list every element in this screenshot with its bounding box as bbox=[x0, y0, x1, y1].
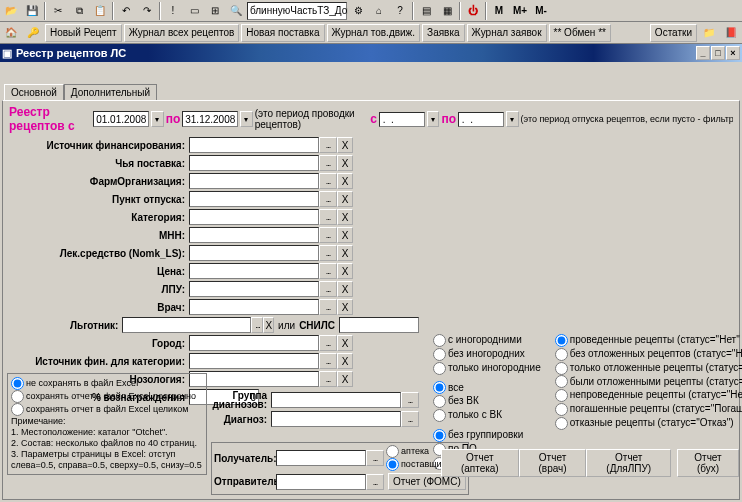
input-benef[interactable] bbox=[122, 317, 251, 333]
maximize-button[interactable]: □ bbox=[711, 46, 725, 60]
input-city[interactable] bbox=[189, 335, 319, 351]
date2-to-pick[interactable]: ▾ bbox=[506, 111, 518, 127]
paste-icon[interactable]: 📋 bbox=[90, 1, 110, 21]
tab-main[interactable]: Основной bbox=[4, 84, 64, 100]
input-med[interactable] bbox=[189, 245, 319, 261]
run-icon[interactable]: ! bbox=[163, 1, 183, 21]
cut-icon[interactable]: ✂ bbox=[48, 1, 68, 21]
pick-fin[interactable]: ... bbox=[319, 137, 337, 153]
redo-icon[interactable]: ↷ bbox=[137, 1, 157, 21]
pick-fincat[interactable]: ... bbox=[319, 353, 337, 369]
report-doctor-button[interactable]: Отчет (врач) bbox=[519, 449, 587, 477]
pick-med[interactable]: ... bbox=[319, 245, 337, 261]
radio-vk-2[interactable]: без ВК bbox=[433, 394, 541, 408]
clear-cat[interactable]: X bbox=[337, 209, 353, 225]
input-punkt[interactable] bbox=[189, 191, 319, 207]
radio-grp-1[interactable]: без группировки bbox=[433, 428, 541, 442]
clear-benef[interactable]: X bbox=[263, 317, 274, 333]
excel-opt2[interactable]: сохранять отчет в файл Excel построчно bbox=[11, 390, 203, 403]
radio-st-7[interactable]: отказные рецепты (статус="Отказ") bbox=[555, 416, 742, 430]
copy-icon[interactable]: ⧉ bbox=[69, 1, 89, 21]
journal-req-button[interactable]: Журнал заявок bbox=[467, 24, 547, 42]
input-lpu[interactable] bbox=[189, 281, 319, 297]
radio-st-6[interactable]: погашенные рецепты (статус="Погашен") bbox=[555, 402, 742, 416]
pick-benef[interactable]: ... bbox=[251, 317, 263, 333]
date-to[interactable] bbox=[182, 111, 238, 127]
input-fin[interactable] bbox=[189, 137, 319, 153]
tab-extra[interactable]: Дополнительный bbox=[64, 84, 157, 100]
input-noz[interactable] bbox=[189, 371, 319, 387]
clear-fin[interactable]: X bbox=[337, 137, 353, 153]
request-button[interactable]: Заявка bbox=[422, 24, 465, 42]
pick-city[interactable]: ... bbox=[319, 335, 337, 351]
toolbar-combo[interactable]: блиннуюЧастьТЗ_Доп▾ bbox=[247, 2, 347, 20]
view-icon-2[interactable]: ▦ bbox=[437, 1, 457, 21]
pick-supply[interactable]: ... bbox=[319, 155, 337, 171]
clear-noz[interactable]: X bbox=[337, 371, 353, 387]
input-pharm[interactable] bbox=[189, 173, 319, 189]
new-delivery-button[interactable]: Новая поставка bbox=[241, 24, 324, 42]
excel-opt1[interactable]: не сохранять в файл Excel bbox=[11, 377, 203, 390]
undo-icon[interactable]: ↶ bbox=[116, 1, 136, 21]
balance-button[interactable]: Остатки bbox=[650, 24, 697, 42]
clear-lpu[interactable]: X bbox=[337, 281, 353, 297]
radio-vk-3[interactable]: только с ВК bbox=[433, 408, 541, 422]
input-diag-group[interactable] bbox=[271, 392, 401, 408]
clear-punkt[interactable]: X bbox=[337, 191, 353, 207]
app-book-icon[interactable]: 📕 bbox=[721, 23, 741, 43]
radio-city-3[interactable]: только иногородние bbox=[433, 361, 541, 375]
radio-st-1[interactable]: проведенные рецепты (статус="Нет" и "Был… bbox=[555, 333, 742, 347]
pick-punkt[interactable]: ... bbox=[319, 191, 337, 207]
m-button[interactable]: M bbox=[489, 1, 509, 21]
view-icon-1[interactable]: ▤ bbox=[416, 1, 436, 21]
save-icon[interactable]: 💾 bbox=[22, 1, 42, 21]
radio-vk-1[interactable]: все bbox=[433, 381, 541, 395]
radio-st-3[interactable]: только отложенные рецепты (статус="Да") bbox=[555, 361, 742, 375]
close-button[interactable]: × bbox=[726, 46, 740, 60]
journal-all-button[interactable]: Журнал всех рецептов bbox=[124, 24, 240, 42]
date-from[interactable] bbox=[93, 111, 149, 127]
pick-sender[interactable]: ... bbox=[366, 474, 384, 490]
m-minus-button[interactable]: M- bbox=[531, 1, 551, 21]
radio-city-2[interactable]: без иногородних bbox=[433, 347, 541, 361]
window-icon[interactable]: ⊞ bbox=[205, 1, 225, 21]
input-mnn[interactable] bbox=[189, 227, 319, 243]
date-from-pick[interactable]: ▾ bbox=[151, 111, 163, 127]
pick-recipient[interactable]: ... bbox=[366, 450, 384, 466]
clear-doctor[interactable]: X bbox=[337, 299, 353, 315]
app-home-icon[interactable]: 🏠 bbox=[1, 23, 21, 43]
recipient-opt-supplier[interactable]: поставщик bbox=[386, 458, 446, 471]
minimize-button[interactable]: _ bbox=[696, 46, 710, 60]
pick-lpu[interactable]: ... bbox=[319, 281, 337, 297]
pick-diag[interactable]: ... bbox=[401, 411, 419, 427]
pick-diag-group[interactable]: ... bbox=[401, 392, 419, 408]
clear-med[interactable]: X bbox=[337, 245, 353, 261]
exit-icon[interactable]: ⏻ bbox=[463, 1, 483, 21]
clear-fincat[interactable]: X bbox=[337, 353, 353, 369]
report-lpu-button[interactable]: Отчет (ДляЛПУ) bbox=[586, 449, 671, 477]
form-icon[interactable]: ▭ bbox=[184, 1, 204, 21]
input-fincat[interactable] bbox=[189, 353, 319, 369]
input-snils[interactable] bbox=[339, 317, 419, 333]
pick-doctor[interactable]: ... bbox=[319, 299, 337, 315]
input-doctor[interactable] bbox=[189, 299, 319, 315]
clear-city[interactable]: X bbox=[337, 335, 353, 351]
pick-pharm[interactable]: ... bbox=[319, 173, 337, 189]
tool-icon-1[interactable]: ⚙ bbox=[348, 1, 368, 21]
m-plus-button[interactable]: M+ bbox=[510, 1, 530, 21]
pick-noz[interactable]: ... bbox=[319, 371, 337, 387]
tool-icon-2[interactable]: ⌂ bbox=[369, 1, 389, 21]
date2-to[interactable] bbox=[458, 112, 504, 127]
pick-price[interactable]: ... bbox=[319, 263, 337, 279]
tool-icon-3[interactable]: ? bbox=[390, 1, 410, 21]
report-buh-button[interactable]: Отчет (бух) bbox=[677, 449, 739, 477]
clear-price[interactable]: X bbox=[337, 263, 353, 279]
journal-tov-button[interactable]: Журнал тов.движ. bbox=[327, 24, 421, 42]
radio-st-4[interactable]: были отложенными рецепты (статус="Был") bbox=[555, 375, 742, 389]
new-recipe-button[interactable]: Новый Рецепт bbox=[45, 24, 122, 42]
app-folder-icon[interactable]: 📁 bbox=[699, 23, 719, 43]
date2-from-pick[interactable]: ▾ bbox=[427, 111, 439, 127]
pick-cat[interactable]: ... bbox=[319, 209, 337, 225]
date2-from[interactable] bbox=[379, 112, 425, 127]
app-key-icon[interactable]: 🔑 bbox=[23, 23, 43, 43]
